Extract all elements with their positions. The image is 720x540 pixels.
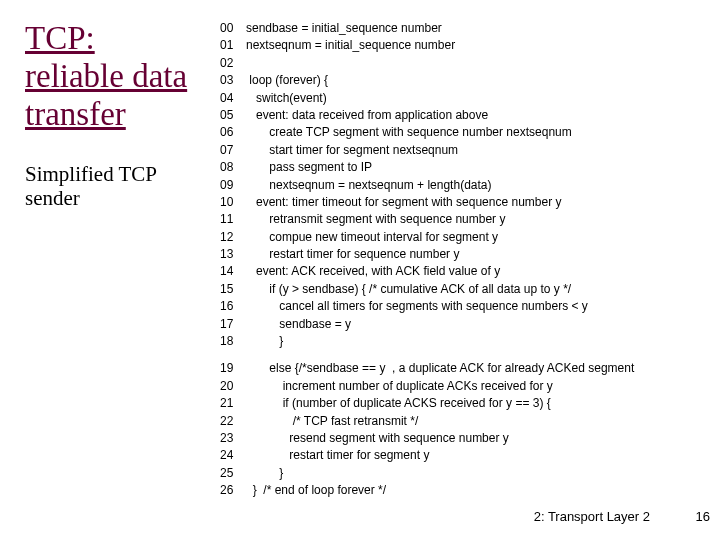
line-number: 12 bbox=[220, 229, 246, 246]
code-line: 07 start timer for segment nextseqnum bbox=[220, 142, 634, 159]
slide: TCP: reliable data transfer Simplified T… bbox=[25, 20, 700, 500]
code-line: 18 } bbox=[220, 333, 634, 350]
line-number: 18 bbox=[220, 333, 246, 350]
line-number: 16 bbox=[220, 298, 246, 315]
code-text: create TCP segment with sequence number … bbox=[246, 124, 572, 141]
line-number: 20 bbox=[220, 378, 246, 395]
line-number: 01 bbox=[220, 37, 246, 54]
code-line: 13 restart timer for sequence number y bbox=[220, 246, 634, 263]
footer-label: 2: Transport Layer 2 bbox=[534, 509, 650, 524]
line-number: 13 bbox=[220, 246, 246, 263]
code-text: } bbox=[246, 333, 283, 350]
code-text: else {/*sendbase == y , a duplicate ACK … bbox=[246, 360, 634, 377]
line-number: 24 bbox=[220, 447, 246, 464]
code-block: 00sendbase = initial_sequence number01ne… bbox=[220, 20, 634, 500]
line-number: 00 bbox=[220, 20, 246, 37]
left-column: TCP: reliable data transfer Simplified T… bbox=[25, 20, 200, 210]
code-text: increment number of duplicate ACKs recei… bbox=[246, 378, 553, 395]
line-number: 26 bbox=[220, 482, 246, 499]
code-text: restart timer for sequence number y bbox=[246, 246, 459, 263]
code-line: 17 sendbase = y bbox=[220, 316, 634, 333]
code-gap bbox=[220, 350, 634, 360]
code-line: 23 resend segment with sequence number y bbox=[220, 430, 634, 447]
code-text: compue new timeout interval for segment … bbox=[246, 229, 498, 246]
line-number: 03 bbox=[220, 72, 246, 89]
line-number: 22 bbox=[220, 413, 246, 430]
code-line: 16 cancel all timers for segments with s… bbox=[220, 298, 634, 315]
code-line: 24 restart timer for segment y bbox=[220, 447, 634, 464]
code-line: 08 pass segment to IP bbox=[220, 159, 634, 176]
code-line: 06 create TCP segment with sequence numb… bbox=[220, 124, 634, 141]
line-number: 17 bbox=[220, 316, 246, 333]
line-number: 21 bbox=[220, 395, 246, 412]
code-line: 21 if (number of duplicate ACKS received… bbox=[220, 395, 634, 412]
page-number: 16 bbox=[696, 509, 720, 524]
code-line: 09 nextseqnum = nextseqnum + length(data… bbox=[220, 177, 634, 194]
line-number: 15 bbox=[220, 281, 246, 298]
line-number: 09 bbox=[220, 177, 246, 194]
line-number: 05 bbox=[220, 107, 246, 124]
line-number: 07 bbox=[220, 142, 246, 159]
code-line: 19 else {/*sendbase == y , a duplicate A… bbox=[220, 360, 634, 377]
line-number: 04 bbox=[220, 90, 246, 107]
line-number: 10 bbox=[220, 194, 246, 211]
code-line: 02 bbox=[220, 55, 634, 72]
line-number: 11 bbox=[220, 211, 246, 228]
code-line: 03 loop (forever) { bbox=[220, 72, 634, 89]
code-line: 04 switch(event) bbox=[220, 90, 634, 107]
code-text: nextseqnum = initial_sequence number bbox=[246, 37, 455, 54]
code-text: sendbase = y bbox=[246, 316, 351, 333]
line-number: 02 bbox=[220, 55, 246, 72]
code-text: if (number of duplicate ACKS received fo… bbox=[246, 395, 551, 412]
code-line: 10 event: timer timeout for segment with… bbox=[220, 194, 634, 211]
code-line: 00sendbase = initial_sequence number bbox=[220, 20, 634, 37]
code-text: resend segment with sequence number y bbox=[246, 430, 509, 447]
code-text: event: ACK received, with ACK field valu… bbox=[246, 263, 500, 280]
code-line: 05 event: data received from application… bbox=[220, 107, 634, 124]
code-text: retransmit segment with sequence number … bbox=[246, 211, 505, 228]
line-number: 19 bbox=[220, 360, 246, 377]
code-line: 26 } /* end of loop forever */ bbox=[220, 482, 634, 499]
code-line: 12 compue new timeout interval for segme… bbox=[220, 229, 634, 246]
code-line: 25 } bbox=[220, 465, 634, 482]
code-text: loop (forever) { bbox=[246, 72, 328, 89]
line-number: 25 bbox=[220, 465, 246, 482]
slide-title: TCP: reliable data transfer bbox=[25, 20, 200, 134]
line-number: 23 bbox=[220, 430, 246, 447]
line-number: 06 bbox=[220, 124, 246, 141]
code-line: 20 increment number of duplicate ACKs re… bbox=[220, 378, 634, 395]
code-text: } /* end of loop forever */ bbox=[246, 482, 386, 499]
code-line: 11 retransmit segment with sequence numb… bbox=[220, 211, 634, 228]
code-text: event: timer timeout for segment with se… bbox=[246, 194, 561, 211]
code-text: start timer for segment nextseqnum bbox=[246, 142, 458, 159]
line-number: 08 bbox=[220, 159, 246, 176]
code-text: pass segment to IP bbox=[246, 159, 372, 176]
code-text: restart timer for segment y bbox=[246, 447, 429, 464]
code-text: nextseqnum = nextseqnum + length(data) bbox=[246, 177, 491, 194]
code-line: 14 event: ACK received, with ACK field v… bbox=[220, 263, 634, 280]
code-text: cancel all timers for segments with sequ… bbox=[246, 298, 588, 315]
code-text: if (y > sendbase) { /* cumulative ACK of… bbox=[246, 281, 571, 298]
code-text: event: data received from application ab… bbox=[246, 107, 488, 124]
slide-subtitle: Simplified TCP sender bbox=[25, 162, 200, 210]
code-line: 22 /* TCP fast retransmit */ bbox=[220, 413, 634, 430]
code-text: sendbase = initial_sequence number bbox=[246, 20, 442, 37]
code-line: 15 if (y > sendbase) { /* cumulative ACK… bbox=[220, 281, 634, 298]
code-text: switch(event) bbox=[246, 90, 327, 107]
line-number: 14 bbox=[220, 263, 246, 280]
code-text: /* TCP fast retransmit */ bbox=[246, 413, 418, 430]
code-line: 01nextseqnum = initial_sequence number bbox=[220, 37, 634, 54]
code-text: } bbox=[246, 465, 283, 482]
